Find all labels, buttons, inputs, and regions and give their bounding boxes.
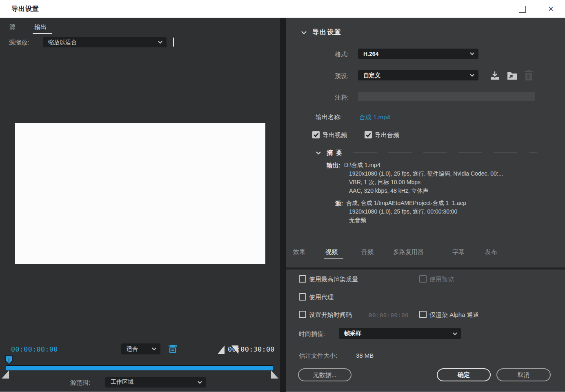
collapse-chevron-icon[interactable]	[301, 31, 307, 35]
duration-timecode: 00:00:30:00	[228, 345, 275, 353]
chevron-down-icon	[452, 332, 458, 336]
tab-source[interactable]: 源	[9, 23, 16, 31]
set-in-point-icon[interactable]	[218, 345, 225, 354]
tab-video[interactable]: 视频	[325, 248, 338, 256]
summary-output-line: D:\合成 1.mp4	[344, 162, 380, 169]
export-video-checkbox[interactable]	[312, 131, 320, 138]
format-value: H.264	[358, 51, 469, 57]
text-caret	[173, 38, 174, 47]
tab-captions[interactable]: 字幕	[452, 248, 465, 256]
tab-output[interactable]: 输出	[34, 23, 47, 31]
max-render-quality-checkbox[interactable]	[299, 275, 306, 283]
range-end-handle[interactable]	[269, 370, 279, 379]
title-bar: 导出设置 ×	[0, 0, 565, 18]
source-scaling-label: 源缩放:	[9, 39, 29, 47]
import-preset-icon[interactable]	[506, 70, 518, 81]
current-timecode[interactable]: 00:00:00:00	[11, 345, 58, 353]
use-proxies-label: 使用代理	[309, 294, 334, 301]
settings-tabs: 效果 视频 音频 多路复用器 字幕 发布	[286, 248, 565, 262]
check-icon	[314, 133, 319, 137]
tab-audio[interactable]: 音频	[361, 248, 374, 256]
chevron-down-icon	[469, 52, 475, 56]
use-proxies-checkbox[interactable]	[299, 293, 306, 301]
range-start-handle[interactable]	[1, 370, 11, 379]
summary-divider	[353, 152, 537, 153]
tab-effects[interactable]: 效果	[293, 248, 305, 256]
delete-preset-icon	[523, 69, 534, 82]
section-divider	[286, 267, 565, 270]
tab-output-underline	[33, 33, 52, 34]
ok-button[interactable]: 确定	[437, 368, 491, 381]
estimated-size-label: 估计文件大小:	[299, 352, 337, 360]
source-range-label: 源范围:	[70, 379, 90, 387]
alpha-only-checkbox[interactable]	[419, 311, 427, 318]
time-interpolation-label: 时间插值:	[299, 330, 325, 338]
set-start-timecode-checkbox[interactable]	[299, 311, 306, 318]
start-timecode-value: 00:00:00:00	[369, 312, 409, 318]
source-scaling-value: 缩放以适合	[43, 39, 158, 46]
time-interpolation-dropdown[interactable]: 帧采样	[339, 328, 461, 339]
preset-label: 预设:	[335, 72, 349, 80]
time-interpolation-value: 帧采样	[339, 330, 452, 337]
export-audio-label: 导出音频	[375, 131, 399, 139]
summary-output-line: VBR, 1 次, 目标 10.00 Mbps	[349, 179, 420, 186]
tab-multiplexer[interactable]: 多路复用器	[393, 248, 424, 256]
estimated-size-value: 38 MB	[356, 352, 374, 359]
summary-source-line: 1920x1080 (1.0), 25 fps, 逐行, 00:00:30:00	[349, 208, 457, 216]
panel-divider	[280, 18, 286, 392]
zoom-level-dropdown[interactable]: 适合	[121, 343, 160, 354]
use-previews-checkbox	[419, 275, 427, 283]
summary-header: 摘 要	[327, 149, 343, 157]
summary-output-label: 输出:	[327, 162, 340, 169]
output-name-label: 输出名称:	[316, 114, 342, 121]
export-settings-header: 导出设置	[312, 28, 342, 37]
export-settings-panel: 导出设置 格式: H.264 预设: 自定义 注释: 输出名称: 合成 1.mp…	[286, 18, 565, 392]
crop-icon[interactable]	[167, 343, 179, 355]
export-video-label: 导出视频	[323, 131, 347, 139]
check-icon	[366, 133, 371, 137]
alpha-only-label: 仅渲染 Alpha 通道	[429, 311, 479, 319]
comments-input[interactable]	[358, 92, 535, 101]
preset-value: 自定义	[358, 72, 469, 79]
timeline-scrubber[interactable]	[6, 365, 273, 370]
maximize-button[interactable]	[519, 6, 526, 13]
close-button[interactable]: ×	[548, 4, 556, 12]
cancel-button[interactable]: 取消	[496, 368, 551, 381]
summary-source-line: 无音频	[349, 217, 366, 224]
chevron-down-icon	[158, 40, 163, 44]
source-scaling-dropdown[interactable]: 缩放以适合	[43, 37, 167, 47]
max-render-quality-label: 使用最高渲染质量	[309, 276, 358, 283]
summary-source-label: 源:	[335, 200, 343, 207]
format-label: 格式:	[335, 51, 349, 58]
chevron-down-icon	[197, 381, 202, 384]
summary-chevron-icon[interactable]	[316, 151, 321, 155]
tab-video-underline	[324, 258, 343, 259]
video-preview	[15, 123, 265, 264]
format-dropdown[interactable]: H.264	[358, 49, 478, 59]
window-title: 导出设置	[11, 5, 39, 13]
output-name-link[interactable]: 合成 1.mp4	[359, 114, 390, 121]
zoom-level-value: 适合	[121, 345, 151, 353]
save-preset-icon[interactable]	[489, 70, 500, 81]
summary-source-line: 合成, 合成 1/tmpAEtoAMEProject·合成 1_1.aep	[346, 200, 466, 207]
export-audio-checkbox[interactable]	[365, 131, 372, 138]
preview-panel: 源 输出 源缩放: 缩放以适合 00:00:00:00 适合 00:00:30:…	[0, 18, 280, 392]
source-range-value: 工作区域	[105, 379, 197, 386]
set-start-timecode-label: 设置开始时间码	[309, 311, 352, 319]
use-previews-label: 使用预览	[429, 276, 454, 283]
summary-output-line: AAC, 320 kbps, 48 kHz, 立体声	[349, 187, 429, 195]
chevron-down-icon	[469, 74, 475, 77]
chevron-down-icon	[151, 347, 157, 351]
summary-output-line: 1920x1080 (1.0), 25 fps, 逐行, 硬件编码, Nvidi…	[349, 170, 503, 178]
source-range-dropdown[interactable]: 工作区域	[105, 377, 206, 388]
tab-publish[interactable]: 发布	[485, 248, 497, 256]
preset-dropdown[interactable]: 自定义	[358, 70, 478, 80]
metadata-button[interactable]: 元数据...	[298, 368, 351, 381]
comments-label: 注释:	[335, 94, 349, 102]
